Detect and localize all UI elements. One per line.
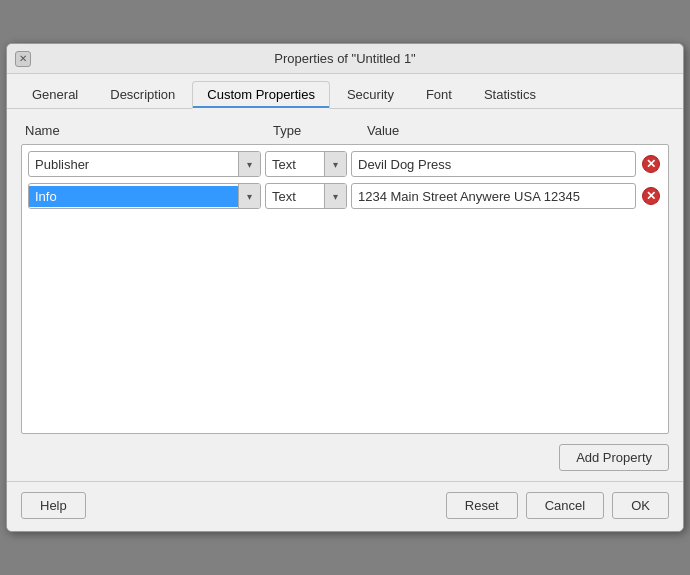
type-select-wrapper-1: Text bbox=[265, 151, 347, 177]
delete-button-2[interactable]: ✕ bbox=[640, 185, 662, 207]
reset-button[interactable]: Reset bbox=[446, 492, 518, 519]
value-input-2[interactable] bbox=[351, 183, 636, 209]
help-button[interactable]: Help bbox=[21, 492, 86, 519]
col-header-value: Value bbox=[359, 123, 665, 138]
add-property-button[interactable]: Add Property bbox=[559, 444, 669, 471]
name-input-1[interactable] bbox=[29, 154, 238, 175]
bottom-bar: Help Reset Cancel OK bbox=[7, 481, 683, 531]
delete-button-1[interactable]: ✕ bbox=[640, 153, 662, 175]
delete-icon-2: ✕ bbox=[642, 187, 660, 205]
type-dropdown-arrow-2[interactable] bbox=[324, 183, 346, 209]
table-row: Text ✕ bbox=[28, 183, 662, 209]
col-header-type: Type bbox=[269, 123, 359, 138]
add-property-row: Add Property bbox=[21, 444, 669, 471]
tab-general[interactable]: General bbox=[17, 81, 93, 109]
type-label-1: Text bbox=[266, 154, 324, 175]
tab-description[interactable]: Description bbox=[95, 81, 190, 109]
value-input-1[interactable] bbox=[351, 151, 636, 177]
column-headers: Name Type Value bbox=[21, 123, 669, 144]
delete-icon-1: ✕ bbox=[642, 155, 660, 173]
name-input-2[interactable] bbox=[29, 186, 238, 207]
ok-button[interactable]: OK bbox=[612, 492, 669, 519]
name-field-wrapper-2 bbox=[28, 183, 261, 209]
tab-font[interactable]: Font bbox=[411, 81, 467, 109]
col-header-name: Name bbox=[25, 123, 269, 138]
type-label-2: Text bbox=[266, 186, 324, 207]
tab-custom-properties[interactable]: Custom Properties bbox=[192, 81, 330, 109]
tab-content: Name Type Value Text ✕ bbox=[7, 109, 683, 481]
name-field-wrapper-1 bbox=[28, 151, 261, 177]
type-dropdown-arrow-1[interactable] bbox=[324, 151, 346, 177]
tab-active-indicator bbox=[193, 106, 329, 108]
name-dropdown-arrow-1[interactable] bbox=[238, 151, 260, 177]
bottom-right-buttons: Reset Cancel OK bbox=[446, 492, 669, 519]
properties-list: Text ✕ Text ✕ bbox=[21, 144, 669, 434]
name-dropdown-arrow-2[interactable] bbox=[238, 183, 260, 209]
properties-dialog: ✕ Properties of "Untitled 1" General Des… bbox=[6, 43, 684, 532]
close-button[interactable]: ✕ bbox=[15, 51, 31, 67]
tab-security[interactable]: Security bbox=[332, 81, 409, 109]
tab-bar: General Description Custom Properties Se… bbox=[7, 74, 683, 109]
type-select-wrapper-2: Text bbox=[265, 183, 347, 209]
dialog-title: Properties of "Untitled 1" bbox=[274, 51, 415, 66]
close-icon: ✕ bbox=[19, 53, 27, 64]
title-bar: ✕ Properties of "Untitled 1" bbox=[7, 44, 683, 74]
tab-statistics[interactable]: Statistics bbox=[469, 81, 551, 109]
cancel-button[interactable]: Cancel bbox=[526, 492, 604, 519]
table-row: Text ✕ bbox=[28, 151, 662, 177]
